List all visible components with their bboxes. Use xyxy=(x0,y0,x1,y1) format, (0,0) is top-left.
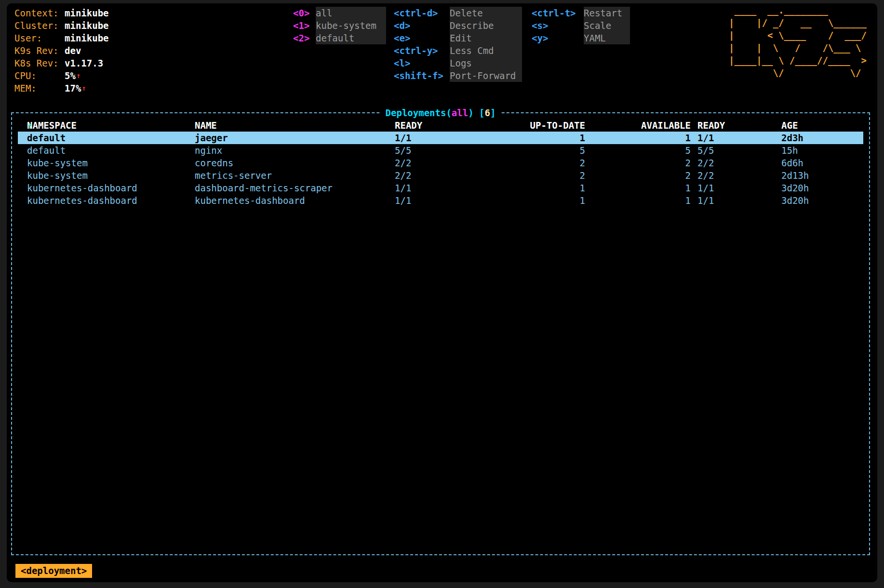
cell-available: 1 xyxy=(594,132,691,144)
table-row[interactable]: kube-systemcoredns2/2222/26d6h xyxy=(18,157,863,169)
cell-ready: 1/1 xyxy=(395,194,448,207)
table-title: Deployments(all) [6] xyxy=(381,106,501,120)
info-label: User: xyxy=(14,32,65,44)
table-header-row: NAMESPACE↑NAMEREADYUP-TO-DATEAVAILABLERE… xyxy=(18,119,863,132)
hotkey-label: Scale xyxy=(584,19,630,32)
cell-up_to_date: 1 xyxy=(479,132,585,144)
menu-item: <l>Logs xyxy=(394,57,522,69)
column-header-ready[interactable]: READY xyxy=(395,119,448,132)
menu-item: <1>kube-system xyxy=(293,19,386,32)
column-header-label: NAMESPACE xyxy=(27,119,77,132)
hotkey-label: YAML xyxy=(584,32,630,44)
table-row[interactable]: kube-systemmetrics-server2/2222/22d13h xyxy=(18,169,863,182)
info-row: K8s Rev:v1.17.3 xyxy=(14,57,109,69)
cell-age: 3d20h xyxy=(781,194,858,207)
info-label: Cluster: xyxy=(14,19,65,32)
cell-up_to_date: 5 xyxy=(479,144,585,157)
title-namespace: all xyxy=(452,107,468,118)
info-value: 5% xyxy=(65,69,76,82)
table-row[interactable]: kubernetes-dashboarddashboard-metrics-sc… xyxy=(18,182,863,194)
menu-item: <0>all xyxy=(293,7,386,19)
cell-available: 5 xyxy=(594,144,691,157)
hotkey-label: Describe xyxy=(450,19,522,32)
info-value: v1.17.3 xyxy=(65,57,103,69)
cell-ready2: 2/2 xyxy=(697,169,760,182)
info-label: Context: xyxy=(14,7,65,19)
title-close-bracket: ] xyxy=(490,107,496,118)
info-label: K9s Rev: xyxy=(14,44,65,57)
hotkey: <e> xyxy=(394,32,450,44)
command-hotkey-menu-1: <ctrl-d>Delete<d>Describe<e>Edit<ctrl-y>… xyxy=(394,7,522,82)
cell-age: 6d6h xyxy=(781,157,858,169)
cell-ready2: 1/1 xyxy=(697,182,760,194)
hotkey: <2> xyxy=(293,32,316,44)
info-row: Context:minikube xyxy=(14,7,109,19)
cell-age: 15h xyxy=(781,144,858,157)
cell-age: 2d13h xyxy=(781,169,858,182)
title-close-paren: ) xyxy=(468,107,479,118)
title-open-paren: ( xyxy=(446,107,451,118)
info-row: CPU:5%↑ xyxy=(14,69,109,82)
trend-up-icon: ↑ xyxy=(76,69,80,82)
resource-breadcrumb[interactable]: <deployment> xyxy=(15,564,92,578)
hotkey-label: Less Cmd xyxy=(450,44,522,57)
hotkey-label: Restart xyxy=(584,7,630,19)
info-value: dev xyxy=(65,44,81,57)
hotkey: <y> xyxy=(532,32,584,44)
menu-item: <ctrl-d>Delete xyxy=(394,7,522,19)
trend-up-icon: ↑ xyxy=(81,82,86,94)
hotkey-label: Port-Forward xyxy=(450,69,522,82)
cell-namespace: kube-system xyxy=(27,169,191,182)
column-header-available[interactable]: AVAILABLE xyxy=(594,119,691,132)
cell-ready: 1/1 xyxy=(395,182,448,194)
hotkey-label: Logs xyxy=(450,57,522,69)
info-label: MEM: xyxy=(14,82,65,94)
cell-name: nginx xyxy=(195,144,388,157)
column-header-age[interactable]: AGE xyxy=(781,119,858,132)
table-row[interactable]: defaultjaeger1/1111/12d3h xyxy=(18,132,863,144)
menu-item: <ctrl-y>Less Cmd xyxy=(394,44,522,57)
info-label: CPU: xyxy=(14,69,65,82)
cell-age: 2d3h xyxy=(781,132,858,144)
hotkey-label: kube-system xyxy=(316,19,386,32)
menu-item: <y>YAML xyxy=(532,32,630,44)
title-count: 6 xyxy=(485,107,490,118)
hotkey: <shift-f> xyxy=(394,69,450,82)
hotkey: <ctrl-y> xyxy=(394,44,450,57)
cell-namespace: kube-system xyxy=(27,157,191,169)
column-header-name[interactable]: NAME xyxy=(195,119,388,132)
cell-up_to_date: 1 xyxy=(479,182,585,194)
deployments-table: Deployments(all) [6] NAMESPACE↑NAMEREADY… xyxy=(11,112,870,555)
table-row[interactable]: defaultnginx5/5555/515h xyxy=(18,144,863,157)
title-resource: Deployments xyxy=(386,107,446,118)
cell-ready: 5/5 xyxy=(395,144,448,157)
cell-ready2: 1/1 xyxy=(697,194,760,207)
cell-namespace: default xyxy=(27,144,191,157)
cell-ready: 1/1 xyxy=(395,132,448,144)
menu-item: <s>Scale xyxy=(532,19,630,32)
cell-ready2: 2/2 xyxy=(697,157,760,169)
hotkey: <d> xyxy=(394,19,450,32)
table-row[interactable]: kubernetes-dashboardkubernetes-dashboard… xyxy=(18,194,863,207)
cell-name: jaeger xyxy=(195,132,388,144)
cell-available: 2 xyxy=(594,157,691,169)
cluster-info-panel: Context:minikubeCluster:minikubeUser:min… xyxy=(14,7,109,94)
cell-name: metrics-server xyxy=(195,169,388,182)
sort-ascending-icon: ↑ xyxy=(27,119,32,132)
column-header-up_to_date[interactable]: UP-TO-DATE xyxy=(479,119,585,132)
cell-name: kubernetes-dashboard xyxy=(195,194,388,207)
hotkey: <s> xyxy=(532,19,584,32)
menu-item: <shift-f>Port-Forward xyxy=(394,69,522,82)
k9s-logo: ____ __.________ | |/ _/ __ \______ | < … xyxy=(729,4,867,79)
cell-up_to_date: 2 xyxy=(479,157,585,169)
hotkey-label: Delete xyxy=(450,7,522,19)
info-row: Cluster:minikube xyxy=(14,19,109,32)
cell-namespace: default xyxy=(27,132,191,144)
cell-name: dashboard-metrics-scraper xyxy=(195,182,388,194)
column-header-ready2[interactable]: READY xyxy=(697,119,760,132)
hotkey: <ctrl-d> xyxy=(394,7,450,19)
hotkey-label: Edit xyxy=(450,32,522,44)
menu-item: <e>Edit xyxy=(394,32,522,44)
hotkey-label: all xyxy=(316,7,386,19)
info-value: 17% xyxy=(65,82,81,94)
